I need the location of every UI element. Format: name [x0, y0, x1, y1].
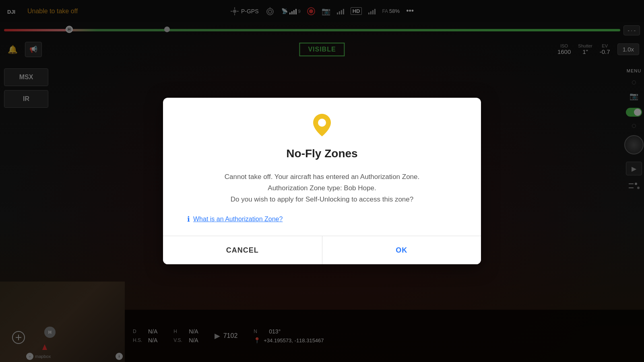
modal-message: Cannot take off. Your aircraft has enter… — [187, 171, 457, 205]
modal-title: No-Fly Zones — [187, 147, 457, 160]
ok-button[interactable]: OK — [322, 236, 481, 264]
authorization-zone-link[interactable]: What is an Authorization Zone? — [193, 216, 283, 223]
modal-body: No-Fly Zones Cannot take off. Your aircr… — [163, 98, 481, 236]
svg-point-10 — [318, 119, 326, 127]
modal-overlay: No-Fly Zones Cannot take off. Your aircr… — [0, 0, 644, 362]
no-fly-zones-modal: No-Fly Zones Cannot take off. Your aircr… — [163, 98, 481, 264]
cancel-button[interactable]: CANCEL — [163, 236, 322, 264]
modal-link-row: ℹ What is an Authorization Zone? — [187, 215, 457, 224]
modal-footer: CANCEL OK — [163, 236, 481, 264]
info-icon: ℹ — [187, 215, 190, 224]
location-pin-icon — [187, 114, 457, 141]
